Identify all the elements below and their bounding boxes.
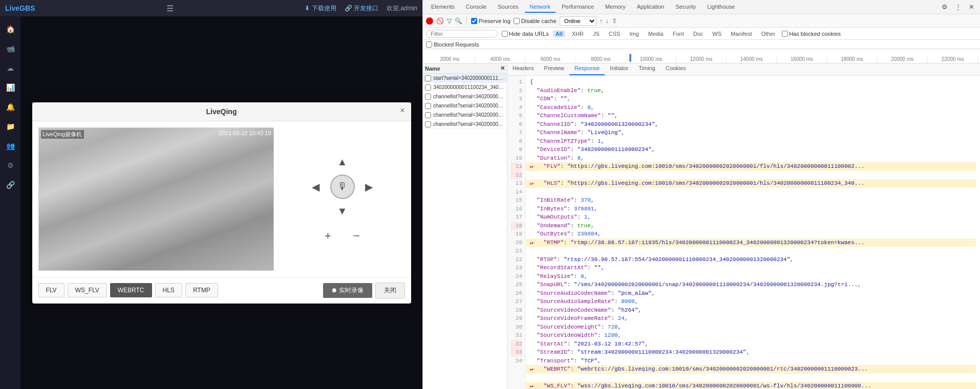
disable-cache-checkbox[interactable]: Disable cache [514, 18, 557, 24]
video-bg [39, 128, 273, 270]
request-item-2[interactable]: 3402000000011100234_3402... [423, 83, 507, 92]
tab-security[interactable]: Security [670, 2, 701, 13]
tab-sources[interactable]: Sources [493, 2, 523, 13]
hamburger-icon[interactable]: ☰ [166, 4, 174, 13]
import-icon[interactable]: ⇪ [612, 17, 617, 25]
request-item-5[interactable]: channellist?serial=3402000000... [423, 111, 507, 120]
record-button[interactable]: ⏺ 实时录像 [323, 283, 372, 298]
name-column-header: Name [425, 66, 440, 72]
resp-tab-headers[interactable]: Headers [507, 63, 539, 75]
timeline-marker [629, 54, 631, 62]
sidebar-item-folder[interactable]: 📁 [3, 119, 18, 134]
sidebar-item-video[interactable]: 📹 [3, 41, 18, 56]
blocked-requests-label[interactable]: Blocked Requests [426, 41, 479, 48]
filter-font-button[interactable]: Font [670, 30, 687, 37]
filter-other-button[interactable]: Other [759, 30, 778, 37]
sidebar-item-bell[interactable]: 🔔 [3, 99, 18, 115]
filter-img-button[interactable]: Img [627, 30, 641, 37]
sidebar-item-home[interactable]: 🏠 [3, 21, 18, 37]
ptz-right-button[interactable]: ▶ [361, 179, 377, 195]
blocked-requests-checkbox[interactable] [426, 41, 432, 48]
filter-media-button[interactable]: Media [646, 30, 666, 37]
sidebar-item-chart[interactable]: 📊 [3, 80, 18, 95]
resp-tab-preview[interactable]: Preview [539, 63, 569, 75]
request-item-1[interactable]: start?serial=34020000001110... [423, 74, 507, 83]
request-checkbox-5[interactable] [425, 112, 431, 118]
download-icon[interactable]: ↓ [606, 17, 609, 25]
request-item-6[interactable]: channellist?serial=3402000000... [423, 120, 507, 129]
filter-all-button[interactable]: All [553, 30, 565, 37]
ptz-down-button[interactable]: ▼ [334, 203, 351, 220]
tab-memory[interactable]: Memory [600, 2, 631, 13]
close-devtools-icon[interactable]: ✕ [966, 2, 977, 13]
tab-lighthouse[interactable]: Lighthouse [702, 2, 740, 13]
request-item-3[interactable]: channellist?serial=340200000... [423, 92, 507, 101]
request-checkbox-4[interactable] [425, 103, 431, 109]
filter-bar: Hide data URLs All XHR JS CSS Img Media … [423, 28, 980, 40]
request-item-4[interactable]: channellist?serial=3402000000... [423, 101, 507, 111]
format-rtmp-button[interactable]: RTMP [185, 283, 218, 297]
tab-console[interactable]: Console [461, 2, 492, 13]
response-panel: Headers Preview Response Initiator Timin… [507, 63, 980, 389]
format-flv-button[interactable]: FLV [38, 283, 65, 297]
more-options-icon[interactable]: ⋮ [952, 2, 964, 13]
throttle-select[interactable]: Online Fast 3G Slow 3G Offline [560, 16, 596, 26]
ptz-up-button[interactable]: ▲ [334, 154, 351, 170]
tab-elements[interactable]: Elements [426, 2, 460, 13]
has-blocked-cookies-checkbox[interactable] [782, 31, 788, 37]
content-area: LiveQing × LiveQing摄像机 2021-03-12 10:43:… [20, 16, 422, 389]
modal-header: LiveQing × [32, 102, 411, 121]
filter-manifest-button[interactable]: Manifest [728, 30, 755, 37]
ptz-zoom-in-button[interactable]: + [320, 228, 336, 244]
download-link[interactable]: ⬇ 下载使用 [305, 4, 336, 13]
hide-data-urls-checkbox[interactable] [502, 31, 508, 37]
ptz-zoom-out-button[interactable]: − [349, 228, 365, 244]
filter-xhr-button[interactable]: XHR [569, 30, 586, 37]
video-player: LiveQing摄像机 2021-03-12 10:43:19 [38, 127, 274, 271]
modal-close-button[interactable]: × [400, 106, 404, 115]
filter-doc-button[interactable]: Doc [691, 30, 706, 37]
filter-icon[interactable]: ▽ [447, 17, 452, 25]
sidebar-item-link[interactable]: 🔗 [3, 177, 18, 192]
network-content: Name ✕ start?serial=34020000001110... 34… [423, 63, 980, 389]
resp-tab-cookies[interactable]: Cookies [661, 63, 691, 75]
disable-cache-input[interactable] [514, 18, 520, 24]
resp-tab-response[interactable]: Response [569, 63, 605, 75]
settings-icon[interactable]: ⚙ [939, 2, 950, 13]
filter-js-button[interactable]: JS [590, 30, 602, 37]
sidebar-item-cloud[interactable]: ☁ [3, 60, 18, 76]
has-blocked-cookies-label[interactable]: Has blocked cookies [782, 31, 841, 37]
ptz-center-button[interactable]: 🎙 [330, 175, 355, 199]
request-checkbox-6[interactable] [425, 121, 431, 127]
sidebar-item-settings[interactable]: ⚙ [3, 158, 18, 173]
preserve-log-checkbox[interactable]: Preserve log [471, 18, 510, 24]
tab-application[interactable]: Application [632, 2, 670, 13]
close-request-icon[interactable]: ✕ [500, 65, 505, 72]
hide-data-urls-label[interactable]: Hide data URLs [502, 31, 549, 37]
close-button[interactable]: 关闭 [375, 283, 405, 298]
modal-title: LiveQing [206, 107, 237, 116]
dev-link[interactable]: 🔗 开发接口 [345, 4, 378, 13]
search-icon[interactable]: 🔍 [455, 17, 462, 25]
request-checkbox-2[interactable] [425, 84, 431, 91]
preserve-log-input[interactable] [471, 18, 477, 24]
record-traffic-button[interactable] [426, 17, 433, 25]
filter-css-button[interactable]: CSS [606, 30, 623, 37]
format-ws-flv-button[interactable]: WS_FLV [68, 283, 107, 297]
format-webrtc-button[interactable]: WEBRTC [110, 283, 152, 297]
ptz-left-button[interactable]: ◀ [308, 179, 324, 195]
response-tabs: Headers Preview Response Initiator Timin… [507, 63, 980, 76]
request-checkbox-1[interactable] [425, 75, 431, 81]
upload-icon[interactable]: ↑ [600, 17, 603, 25]
resp-tab-initiator[interactable]: Initiator [605, 63, 633, 75]
tab-performance[interactable]: Performance [557, 2, 599, 13]
resp-tab-timing[interactable]: Timing [633, 63, 661, 75]
clear-icon[interactable]: 🚫 [436, 17, 444, 25]
tick-2000: 2000 ms [425, 56, 475, 63]
filter-input[interactable] [426, 30, 498, 38]
sidebar-item-users[interactable]: 👥 [3, 138, 18, 154]
tab-network[interactable]: Network [525, 2, 556, 13]
filter-ws-button[interactable]: WS [710, 30, 724, 37]
format-hls-button[interactable]: HLS [155, 283, 182, 297]
request-checkbox-3[interactable] [425, 94, 431, 100]
